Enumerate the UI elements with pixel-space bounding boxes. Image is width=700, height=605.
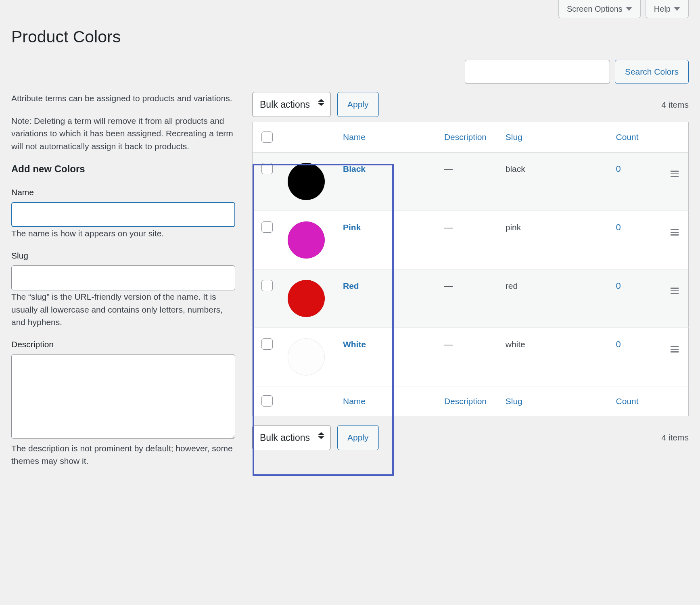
row-checkbox[interactable] xyxy=(261,221,273,233)
col-description[interactable]: Description xyxy=(439,122,500,152)
page-title: Product Colors xyxy=(11,25,689,48)
description-textarea[interactable] xyxy=(11,354,235,439)
apply-button-top[interactable]: Apply xyxy=(337,92,379,117)
name-help: The name is how it appears on your site. xyxy=(11,227,235,240)
slug-label: Slug xyxy=(11,250,235,261)
term-name-link[interactable]: Red xyxy=(343,281,359,290)
color-swatch xyxy=(288,280,325,317)
col-slug[interactable]: Slug xyxy=(500,122,610,152)
drag-handle-icon[interactable] xyxy=(671,229,679,236)
name-label: Name xyxy=(11,186,235,198)
term-name-link[interactable]: Black xyxy=(343,164,366,173)
table-row: Pink—pink0 xyxy=(253,211,689,269)
term-count-link[interactable]: 0 xyxy=(616,164,621,174)
row-checkbox[interactable] xyxy=(261,280,273,291)
term-description: — xyxy=(444,164,453,173)
row-checkbox[interactable] xyxy=(261,338,273,350)
table-row: Black—black0 xyxy=(253,152,689,211)
apply-button-bottom[interactable]: Apply xyxy=(337,425,379,450)
term-slug: black xyxy=(506,164,525,173)
term-slug: white xyxy=(506,340,525,349)
select-all-checkbox-bottom[interactable] xyxy=(261,395,273,407)
col-name[interactable]: Name xyxy=(337,122,439,152)
add-term-panel: Attribute terms can be assigned to produ… xyxy=(11,92,235,477)
term-count-link[interactable]: 0 xyxy=(616,339,621,349)
terms-table: Name Description Slug Count Black—black0… xyxy=(252,122,689,416)
drag-handle-icon[interactable] xyxy=(671,346,679,353)
form-heading: Add new Colors xyxy=(11,162,235,176)
slug-input[interactable] xyxy=(11,265,235,290)
screen-options-tab[interactable]: Screen Options xyxy=(558,0,641,18)
items-count-bottom: 4 items xyxy=(661,432,689,443)
col-count-footer[interactable]: Count xyxy=(610,386,661,416)
term-slug: pink xyxy=(506,223,521,232)
select-all-checkbox-top[interactable] xyxy=(261,131,273,143)
col-name-footer[interactable]: Name xyxy=(337,386,439,416)
help-label: Help xyxy=(654,3,671,15)
description-label: Description xyxy=(11,338,235,350)
col-description-footer[interactable]: Description xyxy=(439,386,500,416)
table-row: White—white0 xyxy=(253,328,689,386)
intro-text-2: Note: Deleting a term will remove it fro… xyxy=(11,115,235,153)
row-checkbox[interactable] xyxy=(261,163,273,174)
bulk-actions-select-bottom[interactable]: Bulk actions xyxy=(252,425,331,450)
caret-down-icon xyxy=(626,7,632,11)
name-input[interactable] xyxy=(11,202,235,227)
term-count-link[interactable]: 0 xyxy=(616,281,621,291)
screen-options-label: Screen Options xyxy=(567,3,623,15)
items-count-top: 4 items xyxy=(661,99,689,111)
bulk-actions-select-top[interactable]: Bulk actions xyxy=(252,92,331,117)
drag-handle-icon[interactable] xyxy=(671,171,679,177)
slug-help: The “slug” is the URL-friendly version o… xyxy=(11,290,235,329)
term-description: — xyxy=(444,340,453,349)
help-tab[interactable]: Help xyxy=(646,0,689,18)
col-slug-footer[interactable]: Slug xyxy=(500,386,610,416)
term-name-link[interactable]: White xyxy=(343,340,366,349)
description-help: The description is not prominent by defa… xyxy=(11,442,235,467)
term-slug: red xyxy=(506,281,518,290)
term-description: — xyxy=(444,281,453,290)
color-swatch xyxy=(288,163,325,200)
search-input[interactable] xyxy=(465,60,610,84)
color-swatch xyxy=(288,221,325,259)
search-button[interactable]: Search Colors xyxy=(615,60,689,84)
col-count[interactable]: Count xyxy=(610,122,661,152)
intro-text-1: Attribute terms can be assigned to produ… xyxy=(11,92,235,105)
caret-down-icon xyxy=(674,7,680,11)
table-row: Red—red0 xyxy=(253,269,689,328)
term-description: — xyxy=(444,223,453,232)
term-name-link[interactable]: Pink xyxy=(343,223,361,232)
color-swatch xyxy=(288,338,325,376)
drag-handle-icon[interactable] xyxy=(671,288,679,294)
term-count-link[interactable]: 0 xyxy=(616,222,621,232)
